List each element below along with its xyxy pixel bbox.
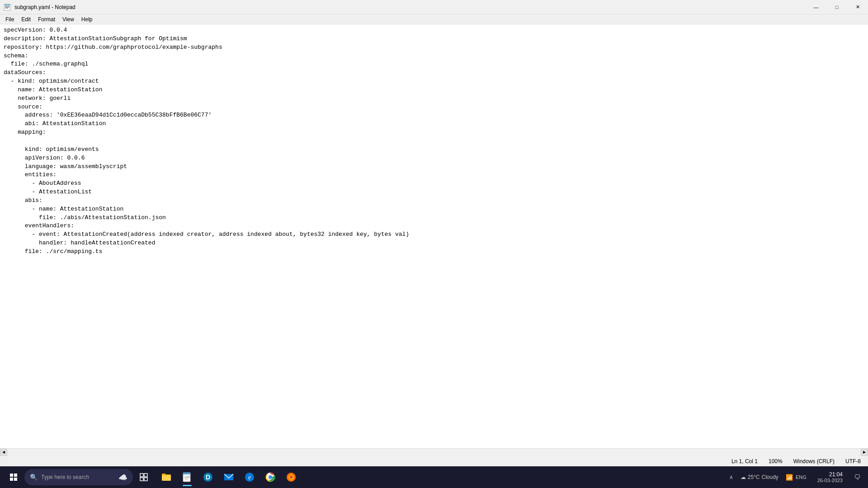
taskbar-search[interactable]: 🔍 Type here to search ☁️ <box>24 469 133 485</box>
svg-rect-6 <box>144 474 147 477</box>
menu-view[interactable]: View <box>59 15 78 23</box>
firefox-browser-icon <box>286 472 297 483</box>
svg-text:D: D <box>206 474 210 481</box>
weather-condition: Cloudy <box>762 474 778 480</box>
clock-time: 21:04 <box>829 471 843 478</box>
search-placeholder: Type here to search <box>41 474 89 480</box>
weather-widget: ☁ 25°C Cloudy <box>741 474 778 480</box>
svg-point-24 <box>290 476 292 479</box>
menu-edit[interactable]: Edit <box>18 15 34 23</box>
chrome-icon[interactable] <box>260 467 280 487</box>
svg-rect-1 <box>5 5 10 5</box>
horizontal-scrollbar[interactable]: ◀ ▶ <box>0 448 868 455</box>
close-button[interactable]: ✕ <box>847 0 868 14</box>
system-tray[interactable]: 📶 ENG <box>782 474 810 481</box>
clock[interactable]: 21:04 26-03-2023 <box>814 471 846 483</box>
svg-text:e: e <box>248 474 251 481</box>
mail-app-icon <box>223 472 234 483</box>
titlebar-left: subgraph.yaml - Notepad <box>4 4 75 11</box>
clock-date: 26-03-2023 <box>817 478 843 483</box>
dell-icon[interactable]: D <box>198 467 218 487</box>
titlebar-title: subgraph.yaml - Notepad <box>14 4 75 10</box>
notification-icon: 🗨 <box>854 474 860 481</box>
start-button[interactable] <box>4 467 24 487</box>
edge-browser-icon: e <box>244 472 255 483</box>
scroll-left-arrow[interactable]: ◀ <box>0 449 7 456</box>
scrollbar-track[interactable] <box>7 449 861 456</box>
minimize-button[interactable]: — <box>806 0 826 14</box>
cursor-position: Ln 1, Col 1 <box>731 458 758 465</box>
menu-file[interactable]: File <box>2 15 18 23</box>
notepad-app-icon[interactable] <box>177 467 197 487</box>
mail-icon[interactable] <box>219 467 239 487</box>
weather-temp: 25°C <box>748 474 760 480</box>
file-explorer-icon[interactable] <box>156 467 176 487</box>
titlebar-controls: — □ ✕ <box>806 0 868 14</box>
search-weather: ☁️ <box>118 473 127 482</box>
statusbar: Ln 1, Col 1 100% Windows (CRLF) UTF-8 <box>0 455 868 466</box>
task-view-button[interactable] <box>134 467 154 487</box>
svg-rect-10 <box>183 473 190 474</box>
language-indicator: ENG <box>796 474 807 480</box>
editor-content[interactable]: specVersion: 0.0.4 description: Attestat… <box>0 24 868 448</box>
dell-logo-icon: D <box>203 472 213 483</box>
weather-cloud-icon: ☁️ <box>118 473 127 482</box>
network-icon: 📶 <box>786 474 793 481</box>
notification-button[interactable]: 🗨 <box>850 467 864 487</box>
firefox-icon[interactable] <box>281 467 301 487</box>
svg-point-21 <box>269 476 272 479</box>
svg-rect-8 <box>144 478 147 481</box>
folder-icon <box>161 472 172 483</box>
taskbar-apps: D e <box>156 467 301 487</box>
svg-rect-5 <box>140 474 143 477</box>
taskbar-right: ∧ ☁ 25°C Cloudy 📶 ENG 21:04 26-03-2023 🗨 <box>726 467 864 487</box>
windows-icon <box>10 474 17 481</box>
svg-rect-7 <box>140 478 143 481</box>
encoding: UTF-8 <box>845 458 861 465</box>
chrome-browser-icon <box>265 472 276 483</box>
line-ending: Windows (CRLF) <box>793 458 835 465</box>
chevron-up-icon[interactable]: ∧ <box>729 474 733 480</box>
tray-icons: ∧ <box>726 474 737 480</box>
taskbar: 🔍 Type here to search ☁️ <box>0 466 868 488</box>
task-view-icon <box>140 473 148 481</box>
notepad-icon <box>4 4 11 11</box>
titlebar: subgraph.yaml - Notepad — □ ✕ <box>0 0 868 14</box>
menubar: File Edit Format View Help <box>0 14 868 24</box>
edge-icon[interactable]: e <box>240 467 259 487</box>
maximize-button[interactable]: □ <box>826 0 847 14</box>
zoom-level: 100% <box>769 458 783 465</box>
notepad-taskbar-icon <box>182 472 193 483</box>
scroll-right-arrow[interactable]: ▶ <box>861 449 868 456</box>
menu-format[interactable]: Format <box>34 15 59 23</box>
weather-icon: ☁ <box>741 474 746 480</box>
menu-help[interactable]: Help <box>78 15 96 23</box>
search-icon: 🔍 <box>30 474 38 481</box>
